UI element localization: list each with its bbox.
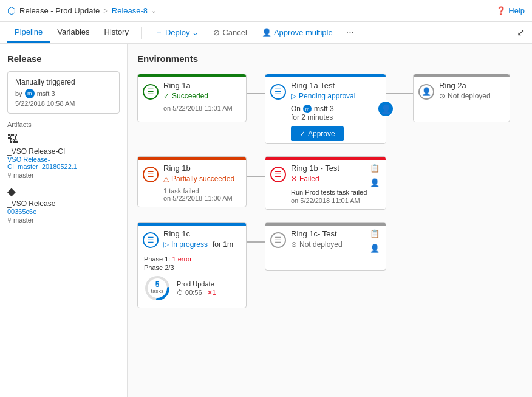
- trigger-user: msft 3: [37, 90, 55, 97]
- deploy-button[interactable]: ＋ Deploy ⌄: [149, 25, 205, 41]
- ring1atest-duration: for 2 minutes: [291, 113, 381, 122]
- ring1c-phase1: Phase 1: 1 error: [144, 255, 240, 263]
- artifact-detail-1[interactable]: VSO Release-CI_master_20180522.1: [7, 156, 120, 170]
- ring1atest-status: ▷ Pending approval: [291, 92, 355, 100]
- breadcrumb: ⬡ Release - Prod Update > Release-8 ⌄: [7, 5, 156, 16]
- ring1ctest-user-icon[interactable]: 👤: [369, 242, 381, 254]
- ring1ctest-status: ⊙ Not deployed: [291, 240, 343, 249]
- connector-1atest-to-2a: [386, 93, 413, 94]
- cancel-icon: ⊘: [213, 28, 220, 37]
- artifact-build-icon: 🏗: [7, 133, 120, 146]
- release-chevron-icon[interactable]: ⌄: [151, 7, 156, 14]
- tab-pipeline[interactable]: Pipeline: [7, 22, 50, 43]
- artifact-item-2: ◆ _VSO Release 00365c6e ⑂ master: [7, 185, 120, 224]
- deploy-icon: ＋: [155, 27, 163, 38]
- ring1c-progress-row: 5 tasks Prod Update ⏱ 00:56 ✕1: [144, 275, 240, 302]
- env-row-3: ☰ Ring 1c ▷ In progress for 1m Phase 1: …: [137, 222, 522, 308]
- ring2a-name: Ring 2a: [439, 81, 491, 90]
- stage-card-ring1c-test: ☰ Ring 1c- Test ⊙ Not deployed 📋 👤: [265, 222, 386, 271]
- ring1b-extra: 1 task failed: [163, 187, 241, 195]
- stage-card-ring1c: ☰ Ring 1c ▷ In progress for 1m Phase 1: …: [137, 222, 247, 308]
- trigger-by-prefix: by: [15, 90, 22, 97]
- artifacts-section: Artifacts 🏗 _VSO Release-CI VSO Release-…: [7, 121, 120, 224]
- artifacts-label: Artifacts: [7, 121, 120, 128]
- ring1b-date: on 5/22/2018 11:00 AM: [163, 195, 241, 202]
- branch-icon-2: ⑂: [7, 216, 12, 224]
- ring1c-name: Ring 1c: [163, 229, 233, 238]
- ring2a-status: ⊙ Not deployed: [439, 92, 491, 100]
- ring1btest-log-icon[interactable]: 📋: [369, 162, 381, 174]
- trigger-by: by m msft 3: [15, 89, 112, 98]
- ring1atest-name: Ring 1a Test: [291, 81, 355, 90]
- ring1ctest-status-icon: ⊙: [291, 240, 297, 249]
- ring1a-status-icon: ✓: [163, 92, 169, 100]
- approver-person-icon[interactable]: 👤: [377, 100, 394, 117]
- stage-card-ring1b: ☰ Ring 1b △ Partially succeeded 1 task f…: [137, 156, 247, 207]
- ring1atest-status-icon: ▷: [291, 92, 296, 100]
- approve-button[interactable]: ✓ Approve: [291, 126, 344, 141]
- artifact-name-1: _VSO Release-CI: [7, 147, 120, 156]
- pipeline-title: Environments: [137, 54, 522, 64]
- artifact-item: 🏗 _VSO Release-CI VSO Release-CI_master_…: [7, 133, 120, 179]
- expand-button[interactable]: ⤢: [517, 27, 525, 38]
- ring1c-phase2: Phase 2/3: [144, 264, 240, 271]
- ring1b-env-icon: ☰: [143, 167, 159, 182]
- ring1atest-info: On m msft 3: [291, 105, 381, 113]
- env-row-2: ☰ Ring 1b △ Partially succeeded 1 task f…: [137, 156, 522, 210]
- connector-1a-to-1atest: [247, 93, 265, 94]
- top-bar: ⬡ Release - Prod Update > Release-8 ⌄ ❓ …: [0, 0, 532, 22]
- ring1btest-failed-info: Run Prod tests task failed: [291, 187, 381, 197]
- trigger-box: Manually triggered by m msft 3 5/22/2018…: [7, 71, 120, 114]
- ring1c-task-meta: ⏱ 00:56 ✕1: [177, 289, 216, 297]
- ring1c-status-icon: ▷: [163, 240, 169, 249]
- ring1c-task-errors: ✕1: [207, 289, 216, 297]
- ring1c-task-time: ⏱ 00:56: [177, 289, 202, 297]
- breadcrumb-release-prefix: Release - Prod Update: [19, 6, 100, 15]
- artifact-branch-2: ⑂ master: [7, 216, 120, 224]
- pipeline-area: Environments ☰ Ring 1a ✓ Succeeded: [128, 44, 532, 397]
- approve-check-icon: ✓: [299, 129, 305, 138]
- ring1a-date: on 5/22/2018 11:01 AM: [163, 105, 241, 112]
- nav-actions: ＋ Deploy ⌄ ⊘ Cancel 👤 Approve multiple ·…: [149, 25, 359, 41]
- nav-bar: Pipeline Variables History ＋ Deploy ⌄ ⊘ …: [0, 22, 532, 44]
- cancel-button[interactable]: ⊘ Cancel: [207, 26, 253, 40]
- artifact-detail-2[interactable]: 00365c6e: [7, 208, 120, 215]
- main-content: Release Manually triggered by m msft 3 5…: [0, 44, 532, 397]
- stage-card-ring2a: 👤 Ring 2a ⊙ Not deployed: [413, 74, 510, 122]
- ring1btest-env-icon: ☰: [270, 167, 286, 182]
- ring1atest-env-icon: ☰: [270, 84, 286, 100]
- ring1b-name: Ring 1b: [163, 164, 234, 173]
- stage-card-ring1a-test: ☰ Ring 1a Test ▷ Pending approval On m m…: [265, 74, 386, 144]
- ring1c-progress-text: 5 tasks: [151, 281, 163, 295]
- artifact-release-icon: ◆: [7, 185, 120, 198]
- connector-1b-to-1btest: [247, 176, 265, 177]
- ring1ctest-name: Ring 1c- Test: [291, 229, 343, 238]
- approve-multiple-button[interactable]: 👤 Approve multiple: [256, 26, 339, 40]
- ring1btest-name: Ring 1b - Test: [291, 164, 339, 173]
- ring2a-env-icon: 👤: [418, 84, 434, 100]
- ring1a-name: Ring 1a: [163, 81, 208, 90]
- more-options-button[interactable]: ···: [341, 25, 359, 41]
- artifact-name-2: _VSO Release: [7, 199, 120, 208]
- help-icon: ❓: [496, 6, 506, 15]
- ring1btest-user-icon[interactable]: 👤: [369, 176, 381, 188]
- ring1btest-action-icons: 📋 👤: [369, 162, 381, 188]
- breadcrumb-release-name[interactable]: Release-8: [112, 6, 148, 15]
- deploy-chevron-icon: ⌄: [192, 28, 199, 37]
- env-row-1: ☰ Ring 1a ✓ Succeeded on 5/22/2018 11:01…: [137, 74, 522, 144]
- ring1c-task-name: Prod Update: [177, 280, 216, 288]
- tab-variables[interactable]: Variables: [50, 22, 97, 43]
- user-avatar: m: [25, 89, 35, 98]
- tab-history[interactable]: History: [97, 22, 136, 43]
- ring1c-task-info: Prod Update ⏱ 00:56 ✕1: [177, 280, 216, 297]
- trigger-date: 5/22/2018 10:58 AM: [15, 100, 112, 107]
- ring1c-for-text: for 1m: [213, 240, 233, 249]
- stage-card-ring1b-test: ☰ Ring 1b - Test ✕ Failed Run Prod tests…: [265, 156, 386, 210]
- breadcrumb-sep: >: [103, 6, 108, 15]
- help-button[interactable]: ❓ Help: [496, 6, 525, 15]
- artifact-branch-1: ⑂ master: [7, 171, 120, 179]
- ring1ctest-env-icon: ☰: [270, 232, 286, 248]
- ring1c-progress-denom: tasks: [151, 289, 163, 295]
- sidebar-title: Release: [7, 54, 120, 64]
- ring1ctest-log-icon[interactable]: 📋: [369, 227, 381, 240]
